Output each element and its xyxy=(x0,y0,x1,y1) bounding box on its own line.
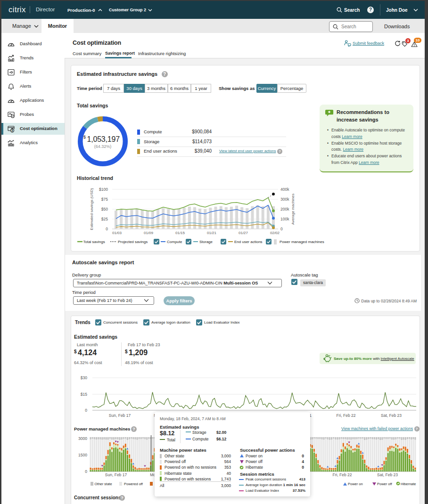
svg-text:$50: $50 xyxy=(101,207,108,211)
svg-text:01/09: 01/09 xyxy=(144,231,154,235)
svg-text:Sun, Feb 17: Sun, Feb 17 xyxy=(105,472,127,477)
svg-text:400k: 400k xyxy=(280,187,289,192)
svg-text:Fri, Feb 22: Fri, Feb 22 xyxy=(332,472,352,477)
svg-text:01/27: 01/27 xyxy=(239,231,248,235)
svg-text:1500: 1500 xyxy=(78,453,87,457)
svg-text:0: 0 xyxy=(106,227,108,231)
svg-text:01/15: 01/15 xyxy=(175,231,185,235)
svg-text:Average machines: Average machines xyxy=(291,194,295,225)
svg-text:01/03: 01/03 xyxy=(112,231,122,235)
svg-text:Fri, Feb 22: Fri, Feb 22 xyxy=(336,413,355,418)
svg-text:Total savings: Total savings xyxy=(83,240,105,244)
svg-text:100k: 100k xyxy=(280,217,289,221)
svg-text:0: 0 xyxy=(85,469,87,474)
svg-text:Sat, Feb 23: Sat, Feb 23 xyxy=(381,413,402,418)
svg-text:01/21: 01/21 xyxy=(207,231,217,235)
svg-text:$: $ xyxy=(11,129,13,132)
svg-text:0: 0 xyxy=(280,227,283,231)
svg-text:Sun, Feb 17: Sun, Feb 17 xyxy=(109,413,131,418)
svg-text:$75: $75 xyxy=(101,197,108,202)
svg-text:3000: 3000 xyxy=(78,436,87,441)
svg-text:$25: $25 xyxy=(101,217,108,221)
svg-text:200k: 200k xyxy=(280,207,289,211)
svg-text:02/02: 02/02 xyxy=(270,231,280,235)
svg-text:Projected savings: Projected savings xyxy=(118,240,148,244)
svg-text:$15: $15 xyxy=(81,392,87,397)
svg-text:0: 0 xyxy=(85,408,87,413)
svg-text:Estimated savings (USD): Estimated savings (USD) xyxy=(90,188,94,230)
svg-text:Sat, Feb 23: Sat, Feb 23 xyxy=(377,472,398,477)
svg-text:300k: 300k xyxy=(280,197,289,202)
svg-text:$30: $30 xyxy=(81,375,87,380)
svg-text:$100: $100 xyxy=(99,187,108,192)
